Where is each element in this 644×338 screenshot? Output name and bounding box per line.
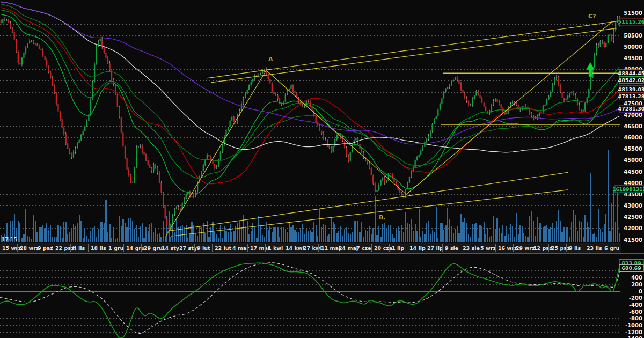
date-tick-label: 1 gru xyxy=(108,245,123,251)
time-label: 17:15 xyxy=(2,237,17,243)
date-tick-label: 9 paź xyxy=(38,245,53,251)
date-tick-label: 12 paź xyxy=(533,245,553,251)
svg-text:48139.03: 48139.03 xyxy=(618,86,644,92)
oscillator-tick-label: -200 xyxy=(629,295,642,301)
date-tick-label: 1 kwi xyxy=(268,245,283,251)
wave-label-b: B. xyxy=(379,214,386,221)
price-tick-label: 49500 xyxy=(624,55,642,61)
date-axis[interactable]: 15 wrz28 wrz9 paź22 paź4 lis18 lis1 gru1… xyxy=(0,243,644,253)
annotation-layer: AB.C?17:15 xyxy=(2,13,596,243)
date-tick-label: 11 maj xyxy=(321,245,340,251)
panel-separator xyxy=(0,253,644,255)
oscillator-tick-label: 200 xyxy=(631,282,642,288)
date-tick-label: 16 wrz xyxy=(498,245,517,251)
date-tick-label: 14 gru xyxy=(126,245,145,251)
date-tick-label: 24 maj xyxy=(339,245,358,251)
date-tick-label: 27 kwi xyxy=(303,245,322,251)
date-tick-label: 23 lis xyxy=(587,245,602,251)
oscillator-tick-label: -1400 xyxy=(625,336,642,338)
date-tick-label: 22 paź xyxy=(55,245,75,251)
svg-text:48844.45: 48844.45 xyxy=(618,70,644,76)
date-tick-label: 25 paź xyxy=(551,245,570,251)
oscillator-layer xyxy=(0,263,620,338)
chart-canvas[interactable]: AB.C?17:1515 wrz28 wrz9 paź22 paź4 lis18… xyxy=(0,0,644,338)
price-axis[interactable]: 5150050500500004950049000475004700046500… xyxy=(624,10,642,338)
volume-layer xyxy=(1,150,620,242)
date-tick-label: 29 gru xyxy=(144,245,163,251)
date-tick-label: 27 sty xyxy=(179,245,197,251)
price-tick-label: 47000 xyxy=(624,112,642,118)
date-tick-label: 5 wrz xyxy=(480,245,496,251)
oscillator-tick-label: -800 xyxy=(629,315,642,321)
price-tick-label: 43000 xyxy=(624,203,642,209)
oscillator-tick-label: 0 xyxy=(639,289,642,295)
date-tick-label: 28 wrz xyxy=(20,245,39,251)
ema-mid-green xyxy=(1,10,619,178)
oscillator-main-line xyxy=(0,263,620,338)
price-tick-label: 45500 xyxy=(624,146,642,152)
buy-signal-arrow-icon xyxy=(586,62,595,77)
price-tick-label: 44500 xyxy=(624,169,642,175)
date-tick-label: 18 lis xyxy=(91,245,106,251)
oscillator-tick-label: -600 xyxy=(629,309,642,315)
date-tick-label: 15 wrz xyxy=(2,245,21,251)
ma-layer xyxy=(1,2,619,194)
svg-text:47281.30: 47281.30 xyxy=(618,106,644,112)
date-tick-label: 4 mar xyxy=(232,245,249,251)
candlestick-layer xyxy=(1,16,620,231)
price-tick-label: 42500 xyxy=(624,214,642,220)
date-tick-label: 14 sty xyxy=(162,245,180,251)
price-tick-label: 50000 xyxy=(624,44,642,50)
svg-text:48542.02: 48542.02 xyxy=(618,77,644,83)
price-tick-label: 44000 xyxy=(624,180,642,186)
date-tick-label: 14 kwi xyxy=(286,245,304,251)
date-tick-label: 27 lip xyxy=(427,245,443,251)
oscillator-tick-label: -1200 xyxy=(625,329,642,335)
svg-text:51115.26: 51115.26 xyxy=(618,19,644,25)
date-tick-label: 1 lip xyxy=(392,245,404,251)
ema-slow-green xyxy=(1,4,619,166)
price-tick-label: 42000 xyxy=(624,225,642,231)
oscillator-tick-label: 400 xyxy=(631,275,642,281)
price-tick-label: 41500 xyxy=(624,237,642,243)
svg-text:47813.28: 47813.28 xyxy=(618,93,644,99)
wave-label-a: A xyxy=(268,56,273,63)
oscillator-tick-label: -400 xyxy=(629,302,642,308)
date-tick-label: 4 lis xyxy=(73,245,85,251)
date-tick-label: 7 cze xyxy=(356,245,371,251)
price-tick-label: 50500 xyxy=(624,33,642,39)
wave-label-c: C? xyxy=(588,13,596,20)
date-tick-label: 6 gru xyxy=(604,245,619,251)
price-tick-label: 46500 xyxy=(624,123,642,129)
date-tick-label: 20 cze xyxy=(374,245,392,251)
date-tick-label: 14 lip xyxy=(409,245,426,251)
svg-text:1619981312: 1619981312 xyxy=(612,187,644,192)
trendline-layer xyxy=(166,21,620,236)
trading-chart-app: AB.C?17:1515 wrz28 wrz9 paź22 paź4 lis18… xyxy=(0,0,644,338)
date-tick-label: 9 lis xyxy=(569,245,581,251)
date-tick-label: 23 sie xyxy=(463,245,480,251)
date-tick-label: 9 sie xyxy=(445,245,458,251)
price-tick-label: 45000 xyxy=(624,157,642,163)
price-tick-label: 51500 xyxy=(624,10,642,16)
date-tick-label: 22 lut xyxy=(215,245,232,251)
date-tick-label: 9 lut xyxy=(197,245,210,251)
date-tick-label: 29 wrz xyxy=(516,245,535,251)
oscillator-tick-label: -1000 xyxy=(625,322,642,328)
svg-text:680.69: 680.69 xyxy=(621,265,641,271)
price-tick-label: 46000 xyxy=(624,135,642,141)
